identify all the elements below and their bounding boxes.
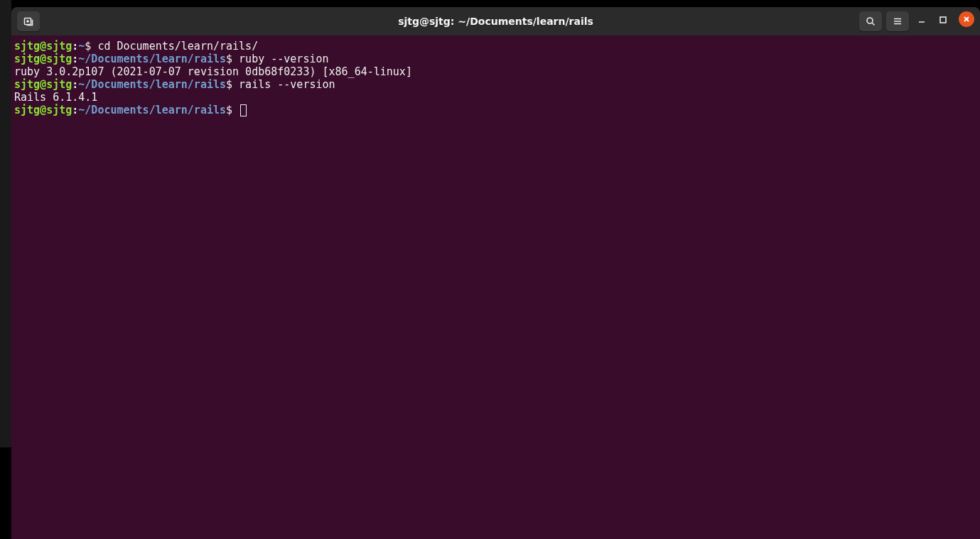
terminal-cursor (240, 104, 247, 116)
prompt-symbol: $ (226, 78, 239, 91)
terminal-output: Rails 6.1.4.1 (14, 91, 97, 104)
terminal-line: sjtg@sjtg:~/Documents/learn/rails$ (14, 104, 977, 116)
prompt-path: ~/Documents/learn/rails (78, 53, 226, 65)
prompt-user-host: sjtg@sjtg (14, 78, 72, 91)
terminal-command: rails --version (239, 78, 335, 91)
terminal-content[interactable]: sjtg@sjtg:~$ cd Documents/learn/rails/sj… (11, 36, 980, 121)
close-icon (963, 16, 970, 23)
search-icon (865, 16, 876, 27)
svg-point-1 (867, 18, 873, 23)
prompt-user-host: sjtg@sjtg (14, 53, 72, 65)
terminal-output: ruby 3.0.2p107 (2021-07-07 revision 0db6… (14, 65, 412, 78)
prompt-separator: : (72, 53, 78, 65)
prompt-path: ~/Documents/learn/rails (78, 104, 226, 116)
titlebar-right-controls (859, 11, 974, 31)
titlebar: sjtg@sjtg: ~/Documents/learn/rails (11, 7, 980, 36)
prompt-separator: : (72, 104, 78, 116)
hamburger-menu-button[interactable] (886, 11, 909, 31)
terminal-command: ruby --version (239, 53, 328, 65)
prompt-path: ~/Documents/learn/rails (78, 78, 226, 91)
prompt-separator: : (72, 40, 78, 53)
window-title: sjtg@sjtg: ~/Documents/learn/rails (398, 16, 593, 27)
terminal-line: sjtg@sjtg:~$ cd Documents/learn/rails/ (14, 40, 977, 53)
prompt-user-host: sjtg@sjtg (14, 40, 72, 53)
titlebar-left-controls (17, 11, 40, 31)
new-tab-icon (23, 16, 34, 27)
minimize-icon (917, 15, 927, 25)
prompt-symbol: $ (226, 104, 239, 116)
terminal-command: cd Documents/learn/rails/ (97, 40, 258, 53)
maximize-icon (938, 15, 948, 25)
svg-rect-2 (940, 17, 946, 23)
prompt-symbol: $ (226, 53, 239, 65)
terminal-line: Rails 6.1.4.1 (14, 91, 977, 104)
close-button[interactable] (959, 11, 974, 27)
prompt-path: ~ (78, 40, 85, 53)
prompt-symbol: $ (85, 40, 97, 53)
terminal-line: sjtg@sjtg:~/Documents/learn/rails$ rails… (14, 78, 977, 91)
search-button[interactable] (859, 11, 882, 31)
minimize-button[interactable] (913, 11, 930, 28)
prompt-separator: : (72, 78, 78, 91)
terminal-window: sjtg@sjtg: ~/Documents/learn/rails (11, 7, 980, 539)
desktop-dock-strip (0, 0, 11, 447)
terminal-line: ruby 3.0.2p107 (2021-07-07 revision 0db6… (14, 65, 977, 78)
new-tab-button[interactable] (17, 11, 40, 31)
maximize-button[interactable] (935, 11, 952, 28)
prompt-user-host: sjtg@sjtg (14, 104, 72, 116)
hamburger-menu-icon (892, 16, 903, 27)
terminal-line: sjtg@sjtg:~/Documents/learn/rails$ ruby … (14, 53, 977, 65)
